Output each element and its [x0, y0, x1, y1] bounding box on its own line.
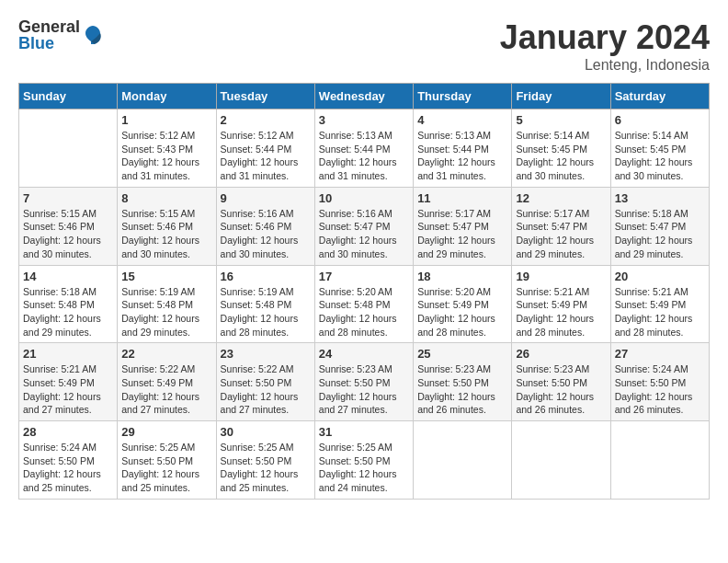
day-number: 25 [417, 347, 507, 361]
day-info: Sunrise: 5:22 AMSunset: 5:50 PMDaylight:… [221, 362, 311, 417]
day-number: 9 [221, 191, 311, 205]
calendar-cell: 9Sunrise: 5:16 AMSunset: 5:46 PMDaylight… [216, 187, 314, 265]
day-header-sunday: Sunday [19, 84, 118, 109]
day-number: 16 [221, 270, 311, 283]
calendar-week-row: 21Sunrise: 5:21 AMSunset: 5:49 PMDayligh… [19, 343, 710, 421]
calendar-table: SundayMondayTuesdayWednesdayThursdayFrid… [18, 83, 710, 500]
calendar-cell: 7Sunrise: 5:15 AMSunset: 5:46 PMDaylight… [19, 187, 118, 265]
day-info: Sunrise: 5:25 AMSunset: 5:50 PMDaylight:… [121, 441, 211, 495]
calendar-cell: 21Sunrise: 5:21 AMSunset: 5:49 PMDayligh… [19, 343, 118, 421]
calendar-cell [414, 421, 512, 500]
calendar-cell: 23Sunrise: 5:22 AMSunset: 5:50 PMDayligh… [216, 343, 314, 421]
day-number: 20 [615, 270, 705, 283]
day-number: 31 [319, 425, 409, 439]
day-number: 1 [121, 113, 211, 127]
day-info: Sunrise: 5:16 AMSunset: 5:46 PMDaylight:… [221, 207, 311, 261]
calendar-cell: 15Sunrise: 5:19 AMSunset: 5:48 PMDayligh… [118, 265, 216, 343]
day-info: Sunrise: 5:21 AMSunset: 5:49 PMDaylight:… [615, 285, 705, 339]
day-info: Sunrise: 5:24 AMSunset: 5:50 PMDaylight:… [23, 441, 113, 495]
calendar-cell: 12Sunrise: 5:17 AMSunset: 5:47 PMDayligh… [512, 187, 610, 265]
day-info: Sunrise: 5:18 AMSunset: 5:48 PMDaylight:… [23, 285, 113, 339]
calendar-cell: 25Sunrise: 5:23 AMSunset: 5:50 PMDayligh… [414, 343, 512, 421]
day-info: Sunrise: 5:16 AMSunset: 5:47 PMDaylight:… [319, 207, 409, 261]
day-header-wednesday: Wednesday [314, 84, 413, 109]
calendar-cell: 6Sunrise: 5:14 AMSunset: 5:45 PMDaylight… [610, 109, 709, 188]
day-info: Sunrise: 5:12 AMSunset: 5:44 PMDaylight:… [221, 129, 311, 183]
month-title: January 2024 [500, 18, 710, 57]
day-number: 28 [23, 425, 113, 439]
calendar-cell: 11Sunrise: 5:17 AMSunset: 5:47 PMDayligh… [414, 187, 512, 265]
day-number: 14 [23, 270, 113, 283]
day-number: 6 [615, 113, 705, 127]
calendar-cell: 18Sunrise: 5:20 AMSunset: 5:49 PMDayligh… [414, 265, 512, 343]
logo-general-text: General [18, 18, 80, 35]
calendar-week-row: 7Sunrise: 5:15 AMSunset: 5:46 PMDaylight… [19, 187, 710, 265]
day-header-friday: Friday [512, 84, 610, 109]
logo-blue-text: Blue [18, 35, 80, 52]
day-number: 15 [121, 270, 211, 283]
calendar-cell: 5Sunrise: 5:14 AMSunset: 5:45 PMDaylight… [512, 109, 610, 188]
day-info: Sunrise: 5:13 AMSunset: 5:44 PMDaylight:… [319, 129, 409, 183]
day-info: Sunrise: 5:15 AMSunset: 5:46 PMDaylight:… [23, 207, 113, 261]
calendar-cell [19, 109, 118, 188]
calendar-cell: 30Sunrise: 5:25 AMSunset: 5:50 PMDayligh… [216, 421, 314, 500]
day-number: 23 [221, 347, 311, 361]
day-info: Sunrise: 5:12 AMSunset: 5:43 PMDaylight:… [121, 129, 211, 183]
day-header-tuesday: Tuesday [216, 84, 314, 109]
day-info: Sunrise: 5:25 AMSunset: 5:50 PMDaylight:… [221, 441, 311, 495]
logo-icon [82, 24, 104, 46]
calendar-week-row: 14Sunrise: 5:18 AMSunset: 5:48 PMDayligh… [19, 265, 710, 343]
header: General Blue January 2024 Lenteng, Indon… [18, 18, 710, 74]
day-number: 19 [516, 270, 606, 283]
day-info: Sunrise: 5:21 AMSunset: 5:49 PMDaylight:… [516, 285, 606, 339]
day-number: 3 [319, 113, 409, 127]
day-number: 27 [615, 347, 705, 361]
calendar-cell: 4Sunrise: 5:13 AMSunset: 5:44 PMDaylight… [414, 109, 512, 188]
day-number: 29 [121, 425, 211, 439]
day-number: 5 [516, 113, 606, 127]
calendar-body: 1Sunrise: 5:12 AMSunset: 5:43 PMDaylight… [19, 109, 710, 500]
calendar-cell: 28Sunrise: 5:24 AMSunset: 5:50 PMDayligh… [19, 421, 118, 500]
day-number: 10 [319, 191, 409, 205]
location-title: Lenteng, Indonesia [500, 57, 710, 74]
calendar-cell: 3Sunrise: 5:13 AMSunset: 5:44 PMDaylight… [314, 109, 413, 188]
calendar-cell: 20Sunrise: 5:21 AMSunset: 5:49 PMDayligh… [610, 265, 709, 343]
day-info: Sunrise: 5:24 AMSunset: 5:50 PMDaylight:… [615, 362, 705, 417]
day-info: Sunrise: 5:19 AMSunset: 5:48 PMDaylight:… [121, 285, 211, 339]
day-number: 26 [516, 347, 606, 361]
calendar-cell: 19Sunrise: 5:21 AMSunset: 5:49 PMDayligh… [512, 265, 610, 343]
day-number: 12 [516, 191, 606, 205]
day-info: Sunrise: 5:20 AMSunset: 5:49 PMDaylight:… [417, 285, 507, 339]
title-area: January 2024 Lenteng, Indonesia [500, 18, 710, 74]
logo: General Blue [18, 18, 104, 52]
calendar-cell: 13Sunrise: 5:18 AMSunset: 5:47 PMDayligh… [610, 187, 709, 265]
calendar-cell: 31Sunrise: 5:25 AMSunset: 5:50 PMDayligh… [314, 421, 413, 500]
day-number: 30 [221, 425, 311, 439]
day-info: Sunrise: 5:13 AMSunset: 5:44 PMDaylight:… [417, 129, 507, 183]
day-number: 7 [23, 191, 113, 205]
day-header-monday: Monday [118, 84, 216, 109]
day-info: Sunrise: 5:20 AMSunset: 5:48 PMDaylight:… [319, 285, 409, 339]
day-number: 21 [23, 347, 113, 361]
day-info: Sunrise: 5:18 AMSunset: 5:47 PMDaylight:… [615, 207, 705, 261]
day-header-saturday: Saturday [610, 84, 709, 109]
calendar-cell: 24Sunrise: 5:23 AMSunset: 5:50 PMDayligh… [314, 343, 413, 421]
calendar-cell: 2Sunrise: 5:12 AMSunset: 5:44 PMDaylight… [216, 109, 314, 188]
day-header-thursday: Thursday [414, 84, 512, 109]
calendar-cell: 1Sunrise: 5:12 AMSunset: 5:43 PMDaylight… [118, 109, 216, 188]
day-number: 4 [417, 113, 507, 127]
calendar-cell: 10Sunrise: 5:16 AMSunset: 5:47 PMDayligh… [314, 187, 413, 265]
day-info: Sunrise: 5:19 AMSunset: 5:48 PMDaylight:… [221, 285, 311, 339]
day-number: 8 [121, 191, 211, 205]
calendar-cell: 27Sunrise: 5:24 AMSunset: 5:50 PMDayligh… [610, 343, 709, 421]
day-number: 11 [417, 191, 507, 205]
calendar-cell: 26Sunrise: 5:23 AMSunset: 5:50 PMDayligh… [512, 343, 610, 421]
calendar-week-row: 28Sunrise: 5:24 AMSunset: 5:50 PMDayligh… [19, 421, 710, 500]
day-info: Sunrise: 5:21 AMSunset: 5:49 PMDaylight:… [23, 362, 113, 417]
day-number: 24 [319, 347, 409, 361]
calendar-cell: 16Sunrise: 5:19 AMSunset: 5:48 PMDayligh… [216, 265, 314, 343]
day-info: Sunrise: 5:23 AMSunset: 5:50 PMDaylight:… [516, 362, 606, 417]
day-info: Sunrise: 5:17 AMSunset: 5:47 PMDaylight:… [516, 207, 606, 261]
day-info: Sunrise: 5:14 AMSunset: 5:45 PMDaylight:… [615, 129, 705, 183]
day-number: 22 [121, 347, 211, 361]
